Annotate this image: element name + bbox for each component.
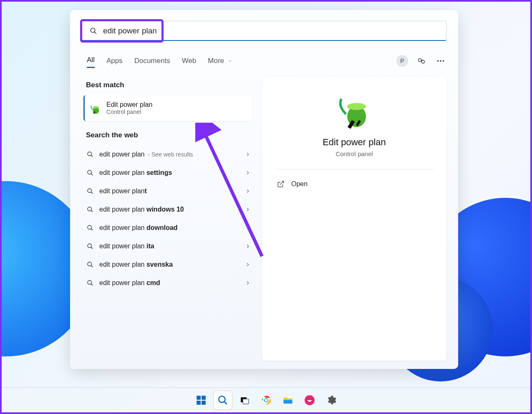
svg-point-0 bbox=[91, 28, 95, 33]
svg-point-20 bbox=[88, 244, 91, 247]
svg-rect-44 bbox=[283, 399, 292, 403]
search-icon bbox=[87, 188, 93, 194]
open-label: Open bbox=[291, 180, 308, 188]
result-preview-pane: Edit power plan Control panel Open bbox=[262, 77, 446, 361]
search-icon bbox=[87, 225, 93, 231]
svg-point-43 bbox=[265, 399, 267, 401]
open-external-icon bbox=[277, 180, 285, 188]
svg-line-11 bbox=[91, 155, 93, 157]
web-result[interactable]: edit power plan - See web results bbox=[83, 145, 252, 164]
tab-all[interactable]: All bbox=[87, 56, 95, 68]
rewards-icon[interactable] bbox=[416, 55, 427, 67]
search-tabs: All Apps Documents Web More bbox=[87, 56, 232, 68]
svg-point-36 bbox=[219, 396, 225, 402]
chevron-right-icon bbox=[245, 225, 251, 231]
more-icon[interactable] bbox=[435, 55, 446, 67]
best-match-heading: Best match bbox=[86, 81, 252, 89]
search-input[interactable] bbox=[103, 26, 439, 35]
chevron-right-icon bbox=[245, 207, 251, 212]
svg-point-18 bbox=[88, 225, 91, 229]
svg-line-17 bbox=[91, 210, 93, 212]
chevron-right-icon bbox=[245, 151, 251, 157]
best-match-title: Edit power plan bbox=[106, 101, 152, 109]
web-result[interactable]: edit power plan settings bbox=[83, 164, 252, 182]
web-result-text: edit power plant bbox=[99, 187, 249, 195]
web-result-text: edit power plan cmd bbox=[99, 279, 249, 287]
tab-web[interactable]: Web bbox=[182, 57, 197, 68]
search-web-heading: Search the web bbox=[86, 131, 252, 139]
tab-apps[interactable]: Apps bbox=[106, 57, 123, 68]
svg-point-22 bbox=[88, 262, 91, 266]
start-search-panel: All Apps Documents Web More P Best match… bbox=[70, 10, 458, 369]
svg-rect-35 bbox=[202, 401, 206, 405]
search-bar[interactable] bbox=[82, 21, 446, 41]
web-result-text: edit power plan svenska bbox=[99, 261, 249, 268]
web-result-text: edit power plan settings bbox=[99, 169, 249, 177]
svg-rect-33 bbox=[202, 396, 206, 400]
task-view-button[interactable] bbox=[235, 391, 254, 409]
preview-title: Edit power plan bbox=[275, 137, 434, 148]
svg-rect-34 bbox=[197, 401, 201, 405]
best-match-text: Edit power plan Control panel bbox=[106, 101, 152, 115]
svg-line-21 bbox=[91, 247, 93, 249]
start-button[interactable] bbox=[192, 391, 210, 409]
tab-more-label: More bbox=[208, 57, 224, 65]
svg-point-10 bbox=[88, 152, 91, 156]
search-icon bbox=[90, 27, 97, 35]
search-icon bbox=[87, 151, 93, 158]
svg-line-37 bbox=[224, 401, 227, 404]
web-result[interactable]: edit power plan cmd bbox=[83, 274, 252, 292]
web-result-text: edit power plan ita bbox=[99, 242, 249, 250]
chevron-right-icon bbox=[245, 280, 251, 286]
svg-line-25 bbox=[91, 284, 93, 285]
search-icon bbox=[87, 261, 93, 268]
results-left-column: Best match Edit power plan Control panel… bbox=[83, 81, 252, 292]
svg-line-1 bbox=[94, 32, 96, 34]
power-plan-icon bbox=[89, 102, 101, 114]
svg-point-6 bbox=[443, 60, 444, 62]
user-avatar[interactable]: P bbox=[396, 55, 408, 67]
svg-line-15 bbox=[91, 192, 93, 194]
svg-point-27 bbox=[347, 103, 366, 110]
svg-line-23 bbox=[91, 265, 93, 267]
web-result[interactable]: edit power plan svenska bbox=[83, 255, 252, 274]
tab-more[interactable]: More bbox=[208, 57, 232, 68]
best-match-result[interactable]: Edit power plan Control panel bbox=[83, 95, 252, 121]
best-match-subtitle: Control panel bbox=[106, 109, 152, 115]
svg-point-8 bbox=[93, 106, 99, 109]
web-result[interactable]: edit power plan windows 10 bbox=[83, 200, 252, 219]
svg-line-13 bbox=[91, 174, 93, 175]
divider bbox=[275, 169, 434, 169]
svg-point-12 bbox=[88, 170, 91, 174]
web-result[interactable]: edit power plant bbox=[83, 182, 252, 200]
app-pink-icon[interactable] bbox=[300, 391, 319, 409]
svg-point-16 bbox=[88, 207, 91, 211]
web-result-text: edit power plan download bbox=[99, 224, 249, 232]
svg-point-2 bbox=[419, 59, 421, 62]
svg-line-19 bbox=[91, 229, 93, 230]
tab-documents[interactable]: Documents bbox=[134, 57, 170, 68]
preview-power-icon bbox=[275, 92, 434, 129]
chevron-right-icon bbox=[245, 170, 251, 176]
open-action[interactable]: Open bbox=[275, 177, 434, 191]
chevron-right-icon bbox=[245, 188, 251, 194]
header-right: P bbox=[396, 55, 446, 67]
taskbar bbox=[2, 387, 530, 412]
svg-point-5 bbox=[440, 60, 441, 62]
preview-subtitle: Control panel bbox=[275, 150, 434, 157]
chevron-right-icon bbox=[245, 243, 251, 249]
web-results-list: edit power plan - See web resultsedit po… bbox=[83, 145, 252, 292]
svg-point-24 bbox=[88, 280, 91, 284]
web-result-text: edit power plan windows 10 bbox=[99, 206, 249, 213]
web-result[interactable]: edit power plan download bbox=[83, 219, 252, 237]
chevron-right-icon bbox=[245, 262, 251, 268]
svg-point-4 bbox=[437, 60, 439, 62]
web-result[interactable]: edit power plan ita bbox=[83, 237, 252, 255]
settings-icon[interactable] bbox=[322, 391, 340, 409]
search-icon bbox=[87, 169, 93, 176]
taskbar-search-button[interactable] bbox=[214, 391, 232, 409]
file-explorer-icon[interactable] bbox=[279, 391, 297, 409]
svg-rect-39 bbox=[243, 399, 249, 404]
chrome-icon[interactable] bbox=[257, 391, 275, 409]
svg-rect-32 bbox=[197, 396, 201, 400]
